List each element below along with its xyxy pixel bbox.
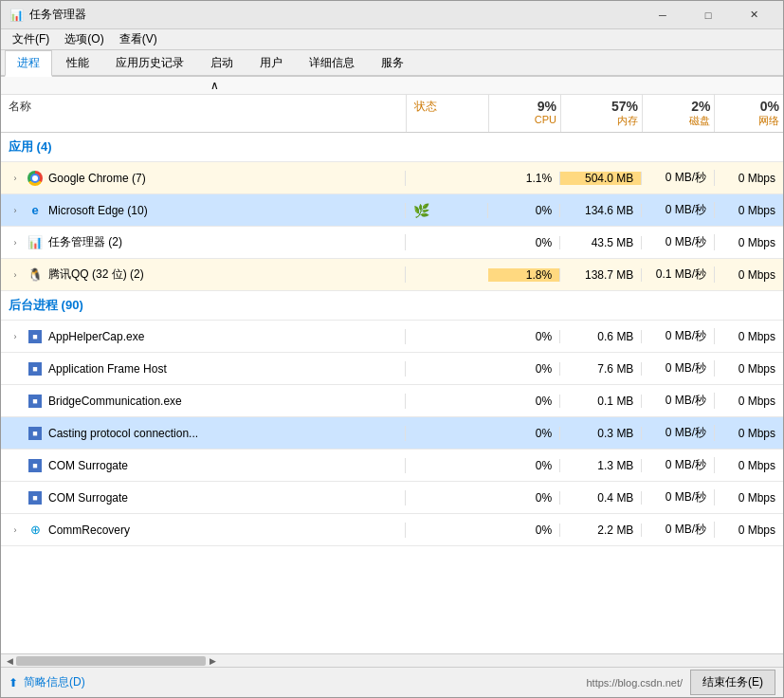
table-row[interactable]: ›■AppHelperCap.exe0%0.6 MB0 MB/秒0 Mbps xyxy=(1,321,783,353)
menu-bar: 文件(F) 选项(O) 查看(V) xyxy=(1,29,783,50)
tab-startup[interactable]: 启动 xyxy=(198,50,246,75)
expand-button[interactable]: › xyxy=(9,236,22,249)
cell-cpu: 0% xyxy=(488,395,561,408)
process-name: CommRecovery xyxy=(48,524,130,537)
table-row[interactable]: ■COM Surrogate0%0.4 MB0 MB/秒0 Mbps xyxy=(1,482,783,514)
table-row[interactable]: ›🐧腾讯QQ (32 位) (2)1.8%138.7 MB0.1 MB/秒0 M… xyxy=(1,259,783,291)
cell-disk: 0 MB/秒 xyxy=(642,360,715,377)
cell-name: › Google Chrome (7) xyxy=(1,171,406,186)
cell-cpu: 0% xyxy=(488,427,561,440)
disk-label: 磁盘 xyxy=(647,114,710,128)
cell-mem: 1.3 MB xyxy=(560,459,642,472)
cell-name: ›🐧腾讯QQ (32 位) (2) xyxy=(1,266,406,283)
tab-performance[interactable]: 性能 xyxy=(54,50,101,75)
expand-button[interactable]: › xyxy=(9,204,22,217)
col-header-disk[interactable]: 2% 磁盘 xyxy=(643,95,715,132)
cell-cpu: 0% xyxy=(488,236,561,249)
column-headers: 名称 状态 9% CPU 57% 内存 2% 磁盘 0% 网络 xyxy=(1,95,783,133)
cell-disk: 0 MB/秒 xyxy=(642,170,715,186)
tab-app-history[interactable]: 应用历史记录 xyxy=(103,50,196,75)
scroll-left-arrow[interactable]: ◀ xyxy=(3,654,16,668)
cell-name: ■COM Surrogate xyxy=(1,458,406,473)
table-row[interactable]: ■Application Frame Host0%7.6 MB0 MB/秒0 M… xyxy=(1,353,783,385)
table-row[interactable]: ›eMicrosoft Edge (10)🌿0%134.6 MB0 MB/秒0 … xyxy=(1,194,783,227)
status-bar: ⬆ 简略信息(D) https://blog.csdn.net/ 结束任务(E) xyxy=(1,667,783,697)
process-name: AppHelperCap.exe xyxy=(48,330,144,343)
net-label: 网络 xyxy=(719,114,779,128)
table-row[interactable]: ■Casting protocol connection...0%0.3 MB0… xyxy=(1,417,783,450)
cell-net: 0 Mbps xyxy=(715,427,783,440)
cell-net: 0 Mbps xyxy=(715,172,783,185)
col-header-cpu[interactable]: 9% CPU xyxy=(489,95,561,132)
process-name: Application Frame Host xyxy=(48,362,167,376)
expand-button[interactable]: › xyxy=(9,268,22,282)
cell-mem: 138.7 MB xyxy=(560,268,642,282)
menu-options[interactable]: 选项(O) xyxy=(57,29,111,49)
col-header-status[interactable]: 状态 xyxy=(407,95,488,132)
content-area: ∧ 名称 状态 9% CPU 57% 内存 2% 磁盘 0% xyxy=(1,77,783,667)
cell-name: ■Casting protocol connection... xyxy=(1,426,406,441)
section-header-1: 后台进程 (90) xyxy=(1,291,783,321)
cell-mem: 2.2 MB xyxy=(560,524,642,537)
status-right: https://blog.csdn.net/ 结束任务(E) xyxy=(586,670,775,695)
col-header-mem[interactable]: 57% 内存 xyxy=(561,95,643,132)
cell-net: 0 Mbps xyxy=(715,204,783,217)
menu-view[interactable]: 查看(V) xyxy=(112,29,165,49)
col-header-net[interactable]: 0% 网络 xyxy=(715,95,783,132)
end-task-button[interactable]: 结束任务(E) xyxy=(690,670,775,695)
process-name: BridgeCommunication.exe xyxy=(48,395,182,408)
cell-cpu: 0% xyxy=(488,459,561,472)
cell-disk: 0 MB/秒 xyxy=(642,489,715,505)
menu-file[interactable]: 文件(F) xyxy=(5,29,57,49)
close-button[interactable]: ✕ xyxy=(732,1,775,29)
table-row[interactable]: ■BridgeCommunication.exe0%0.1 MB0 MB/秒0 … xyxy=(1,385,783,417)
expand-button[interactable]: › xyxy=(9,330,22,343)
expand-button[interactable] xyxy=(9,427,22,440)
cell-net: 0 Mbps xyxy=(715,491,783,505)
horizontal-scrollbar[interactable]: ◀ ▶ xyxy=(1,653,783,667)
scroll-right-arrow[interactable]: ▶ xyxy=(206,654,219,668)
expand-button[interactable] xyxy=(9,362,22,376)
cell-name: ›■AppHelperCap.exe xyxy=(1,329,406,344)
table-row[interactable]: › Google Chrome (7)1.1%504.0 MB0 MB/秒0 M… xyxy=(1,162,783,194)
title-controls: ─ □ ✕ xyxy=(641,1,775,29)
task-manager-window: 📊 任务管理器 ─ □ ✕ 文件(F) 选项(O) 查看(V) 进程 性能 应用… xyxy=(0,0,784,698)
cell-net: 0 Mbps xyxy=(715,362,783,376)
expand-button[interactable]: › xyxy=(9,524,22,537)
process-name: 腾讯QQ (32 位) (2) xyxy=(48,266,144,283)
table-row[interactable]: ›📊任务管理器 (2)0%43.5 MB0 MB/秒0 Mbps xyxy=(1,227,783,259)
expand-button[interactable] xyxy=(9,491,22,505)
tab-processes[interactable]: 进程 xyxy=(5,50,52,77)
cell-cpu: 0% xyxy=(488,491,561,505)
expand-button[interactable] xyxy=(9,459,22,472)
tab-details[interactable]: 详细信息 xyxy=(297,50,367,75)
cell-mem: 0.3 MB xyxy=(560,427,642,440)
expand-button[interactable] xyxy=(9,395,22,408)
cell-mem: 0.4 MB xyxy=(560,491,642,505)
sort-row: ∧ xyxy=(1,77,783,95)
section-header-0: 应用 (4) xyxy=(1,133,783,162)
cell-name: ■COM Surrogate xyxy=(1,490,406,505)
cell-disk: 0 MB/秒 xyxy=(642,202,715,218)
cell-name: ›eMicrosoft Edge (10) xyxy=(1,203,406,218)
table-row[interactable]: ■COM Surrogate0%1.3 MB0 MB/秒0 Mbps xyxy=(1,450,783,482)
minimize-button[interactable]: ─ xyxy=(641,1,684,29)
col-header-name[interactable]: 名称 xyxy=(1,95,407,132)
maximize-button[interactable]: □ xyxy=(686,1,730,29)
cell-disk: 0.1 MB/秒 xyxy=(642,266,715,283)
cell-cpu: 0% xyxy=(488,330,561,343)
cell-mem: 43.5 MB xyxy=(560,236,642,249)
expand-button[interactable]: › xyxy=(9,172,22,185)
cell-disk: 0 MB/秒 xyxy=(642,425,715,441)
scroll-thumb-horizontal[interactable] xyxy=(16,656,206,666)
sort-arrow[interactable]: ∧ xyxy=(1,79,428,92)
process-name: Google Chrome (7) xyxy=(48,172,146,185)
tab-users[interactable]: 用户 xyxy=(247,50,295,75)
table-row[interactable]: ›⊕CommRecovery0%2.2 MB0 MB/秒0 Mbps xyxy=(1,514,783,546)
cell-disk: 0 MB/秒 xyxy=(642,234,715,250)
summary-toggle[interactable]: ⬆ 简略信息(D) xyxy=(9,674,85,690)
process-name: 任务管理器 (2) xyxy=(48,234,122,250)
process-table-body: 应用 (4)› Google Chrome (7)1.1%504.0 MB0 M… xyxy=(1,133,783,653)
cell-mem: 134.6 MB xyxy=(560,204,642,217)
tab-services[interactable]: 服务 xyxy=(369,50,416,75)
